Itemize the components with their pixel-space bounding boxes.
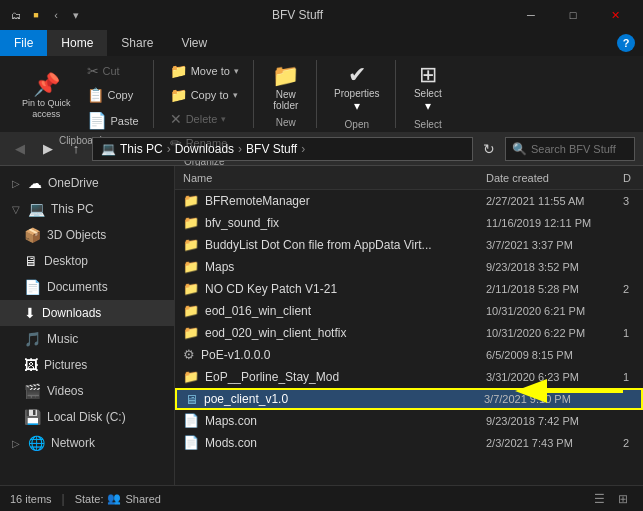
sidebar-item-3dobjects[interactable]: 📦 3D Objects: [0, 222, 174, 248]
nav-back-button[interactable]: ◀: [8, 137, 32, 161]
title-bar-icons: 🗂 ■ ‹ ▾: [8, 7, 84, 23]
col-date-header[interactable]: Date created: [478, 172, 623, 184]
move-to-button[interactable]: 📁 Move to ▾: [164, 60, 245, 82]
pin-to-quick-access-button[interactable]: 📌 Pin to Quickaccess: [16, 70, 77, 124]
window-icon: 🗂: [8, 7, 24, 23]
sidebar-item-documents[interactable]: 📄 Documents: [0, 274, 174, 300]
group-open: ✔ Properties ▾ Open: [319, 60, 396, 128]
tab-home[interactable]: Home: [47, 30, 107, 56]
table-row[interactable]: 📁 Maps 9/23/2018 3:52 PM: [175, 256, 643, 278]
help-icon[interactable]: ?: [617, 34, 635, 52]
tab-file[interactable]: File: [0, 30, 47, 56]
table-row[interactable]: 📁 eod_020_win_client_hotfix 10/31/2020 6…: [175, 322, 643, 344]
file-name: eod_020_win_client_hotfix: [199, 326, 478, 340]
file-icon: 📄: [175, 413, 199, 428]
path-bfvstuff[interactable]: BFV Stuff: [246, 142, 297, 156]
file-icon: 📄: [175, 435, 199, 450]
copy-to-button[interactable]: 📁 Copy to ▾: [164, 84, 245, 106]
file-date: 10/31/2020 6:22 PM: [478, 327, 623, 339]
nav-forward-button[interactable]: ▶: [36, 137, 60, 161]
network-expand-icon: ▷: [12, 438, 20, 449]
new-folder-label: Newfolder: [273, 89, 298, 111]
sidebar-item-localdisk[interactable]: 💾 Local Disk (C:): [0, 404, 174, 430]
organize-buttons: 📁 Move to ▾ 📁 Copy to ▾ ✕ Delete ▾ ✏ Ren…: [164, 60, 245, 154]
move-to-label: Move to: [191, 65, 230, 77]
file-name: eod_016_win_client: [199, 304, 478, 318]
folder-icon: 📁: [175, 369, 199, 384]
paste-icon: 📄: [87, 111, 107, 130]
table-row[interactable]: 📄 Maps.con 9/23/2018 7:42 PM: [175, 410, 643, 432]
table-row-selected[interactable]: 🖥 poe_client_v1.0 3/7/2021 9:10 PM: [175, 388, 643, 410]
nav-more[interactable]: ▾: [68, 7, 84, 23]
search-input[interactable]: [531, 143, 621, 155]
refresh-button[interactable]: ↻: [477, 137, 501, 161]
col-name-header[interactable]: Name: [175, 172, 478, 184]
table-row[interactable]: 📁 BFRemoteManager 2/27/2021 11:55 AM 3: [175, 190, 643, 212]
details-view-button[interactable]: ☰: [589, 489, 609, 509]
sidebar-item-videos[interactable]: 🎬 Videos: [0, 378, 174, 404]
sidebar-item-pictures[interactable]: 🖼 Pictures: [0, 352, 174, 378]
file-date: 9/23/2018 3:52 PM: [478, 261, 623, 273]
minimize-button[interactable]: ─: [511, 0, 551, 30]
sidebar-item-desktop[interactable]: 🖥 Desktop: [0, 248, 174, 274]
window-title: BFV Stuff: [90, 8, 505, 22]
main-content: ▷ ☁ OneDrive ▽ 💻 This PC 📦 3D Objects 🖥 …: [0, 166, 643, 485]
tab-view[interactable]: View: [167, 30, 221, 56]
open-buttons: ✔ Properties ▾: [327, 60, 387, 117]
tiles-view-button[interactable]: ⊞: [613, 489, 633, 509]
file-pane: Name Date created D 📁 BFRemoteManager 2/…: [175, 166, 643, 485]
item-count: 16 items: [10, 493, 52, 505]
sidebar-label-network: Network: [51, 436, 95, 450]
file-date: 6/5/2009 8:15 PM: [478, 349, 623, 361]
rename-label: Rename: [186, 137, 228, 149]
path-thispc[interactable]: This PC: [120, 142, 163, 156]
sidebar-item-downloads[interactable]: ⬇ Downloads: [0, 300, 174, 326]
maximize-button[interactable]: □: [553, 0, 593, 30]
sidebar-item-network[interactable]: ▷ 🌐 Network: [0, 430, 174, 456]
close-button[interactable]: ✕: [595, 0, 635, 30]
folder-icon: 📁: [175, 303, 199, 318]
file-date: 10/31/2020 6:21 PM: [478, 305, 623, 317]
tab-share[interactable]: Share: [107, 30, 167, 56]
delete-button[interactable]: ✕ Delete ▾: [164, 108, 245, 130]
exe-icon: 🖥: [177, 392, 198, 407]
state-item: State: 👥 Shared: [75, 492, 161, 505]
file-date: 3/7/2021 3:37 PM: [478, 239, 623, 251]
sidebar-item-music[interactable]: 🎵 Music: [0, 326, 174, 352]
sidebar-item-onedrive[interactable]: ▷ ☁ OneDrive: [0, 170, 174, 196]
desktop-icon: 🖥: [24, 253, 38, 269]
address-path[interactable]: 💻 This PC › Downloads › BFV Stuff ›: [92, 137, 473, 161]
select-label: Select: [414, 88, 442, 99]
table-row[interactable]: 📁 EoP__Porline_Stay_Mod 3/31/2020 6:23 P…: [175, 366, 643, 388]
file-date-selected: 3/7/2021 9:10 PM: [476, 393, 621, 405]
quick-access-icon: ■: [28, 7, 44, 23]
sidebar-label-music: Music: [47, 332, 78, 346]
table-row[interactable]: 📄 Mods.con 2/3/2021 7:43 PM 2: [175, 432, 643, 454]
group-new: 📁 Newfolder New: [256, 60, 317, 128]
table-row[interactable]: 📁 NO CD Key Patch V1-21 2/11/2018 5:28 P…: [175, 278, 643, 300]
table-row[interactable]: ⚙ PoE-v1.0.0.0 6/5/2009 8:15 PM: [175, 344, 643, 366]
table-row[interactable]: 📁 BuddyList Dot Con file from AppData Vi…: [175, 234, 643, 256]
folder-icon: 📁: [175, 215, 199, 230]
rename-button[interactable]: ✏ Rename: [164, 132, 245, 154]
file-date: 2/3/2021 7:43 PM: [478, 437, 623, 449]
table-row[interactable]: 📁 bfv_sound_fix 11/16/2019 12:11 PM: [175, 212, 643, 234]
search-box[interactable]: 🔍: [505, 137, 635, 161]
new-folder-button[interactable]: 📁 Newfolder: [264, 61, 308, 115]
properties-button[interactable]: ✔ Properties ▾: [327, 60, 387, 117]
file-name: BFRemoteManager: [199, 194, 478, 208]
nav-back-title[interactable]: ‹: [48, 7, 64, 23]
col-d-header[interactable]: D: [623, 172, 643, 184]
network-icon: 🌐: [28, 435, 45, 451]
select-button[interactable]: ⊞ Select ▾: [406, 60, 450, 117]
copy-button[interactable]: 📋 Copy: [81, 84, 145, 106]
nav-up-button[interactable]: ↑: [64, 137, 88, 161]
cut-button[interactable]: ✂ Cut: [81, 60, 145, 82]
copy-label: Copy: [108, 89, 134, 101]
folder-icon: 📁: [175, 259, 199, 274]
file-name: EoP__Porline_Stay_Mod: [199, 370, 478, 384]
table-row[interactable]: 📁 eod_016_win_client 10/31/2020 6:21 PM: [175, 300, 643, 322]
paste-button[interactable]: 📄 Paste: [81, 108, 145, 133]
open-stack: ✔ Properties ▾: [327, 60, 387, 117]
sidebar-item-thispc[interactable]: ▽ 💻 This PC: [0, 196, 174, 222]
